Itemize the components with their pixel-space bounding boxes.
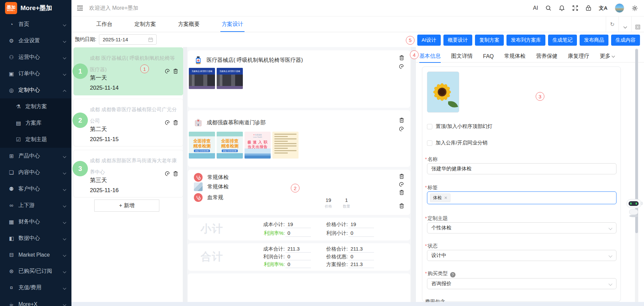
sidebar-item-marketplace[interactable]: ⊟Market Place: [0, 247, 71, 263]
generate-content-button[interactable]: 生成内容: [611, 35, 640, 46]
storefront-photo[interactable]: 无糖食品 家用医疗器械: [189, 68, 215, 89]
poster-image[interactable]: 全面排查精准检测 极速入职体检套餐: [189, 132, 215, 159]
sidebar-item-supply-chain[interactable]: ∞上下游: [0, 197, 71, 214]
sidebar-item-operations[interactable]: ⚇运营中心: [0, 49, 71, 65]
tab-nutrition[interactable]: 营养保健: [536, 50, 557, 62]
delete-day-icon[interactable]: [173, 69, 178, 74]
cover-image[interactable]: [427, 72, 459, 113]
cost-total-value[interactable]: 211.3: [285, 246, 311, 253]
schedule-block-exams[interactable]: 常规体检 常规体检 血常规 19 价格: [188, 170, 410, 215]
join-public-library-checkbox[interactable]: 加入公库/开启同业分销: [427, 140, 487, 146]
day-card-3[interactable]: 成都 成都东部新区养马街道海大老年康养中心 第三天 2025-11-16: [73, 150, 183, 198]
tags-input[interactable]: 体检✕: [427, 191, 616, 204]
day-card-2[interactable]: 成都 成都鲁蓉医疗器械有限公司广元分公司 第二天 2025-11-15: [73, 99, 183, 146]
tab-custom-plan[interactable]: 定制方案: [133, 16, 157, 32]
settings-gear-icon[interactable]: [632, 5, 638, 11]
schedule-block-store[interactable]: 医疗器械店( 呼吸机制氧机轮椅等医疗器) 无糖食品 家用医疗器械 无糖食品 家用…: [188, 50, 410, 108]
status-select[interactable]: 设计中: [427, 250, 616, 261]
sidebar-item-customize-center[interactable]: ◎定制中心: [0, 82, 71, 98]
schedule-block-clinic[interactable]: 成都强森慕和南道门诊部 全面排查精准检测 极速入职体检套餐 全面排查精准检测: [188, 110, 410, 167]
day-card-1[interactable]: 成都 医疗器械店( 呼吸机制氧机轮椅等医疗器) 第一天 2025-11-14: [73, 47, 183, 95]
generate-notes-button[interactable]: 生成笔记: [548, 35, 577, 46]
maximize-pane-icon[interactable]: [632, 19, 644, 30]
select-block-icon[interactable]: [399, 64, 404, 69]
quote-value[interactable]: 211.3: [348, 261, 374, 268]
checkbox-box[interactable]: [427, 140, 432, 146]
sidebar-item-enterprise-settings[interactable]: ⚙企业设置: [0, 33, 71, 49]
remove-tag-icon[interactable]: ✕: [444, 195, 447, 200]
delete-day-icon[interactable]: [173, 171, 178, 176]
select-day-icon[interactable]: [165, 69, 170, 74]
delete-item-icon[interactable]: [399, 174, 404, 179]
sidebar-item-content[interactable]: ❏内容中心: [0, 164, 71, 181]
select-day-icon[interactable]: [165, 171, 170, 176]
sidebar-item-customers[interactable]: ⚉客户中心: [0, 181, 71, 197]
lock-icon[interactable]: [586, 5, 591, 11]
collapse-sidebar-icon[interactable]: [77, 5, 83, 11]
tab-faq[interactable]: FAQ: [483, 50, 494, 62]
delete-item-icon[interactable]: [399, 190, 404, 195]
help-icon[interactable]: ?: [450, 272, 455, 277]
profit-rate-total-value[interactable]: 0: [285, 261, 311, 268]
sidebar-item-products[interactable]: ⊞产品中心: [0, 148, 71, 164]
sidebar-item-finance[interactable]: ▦财务中心: [0, 214, 71, 230]
appointment-date-input[interactable]: 2025-11-14: [99, 34, 157, 45]
pin-to-top-checkbox[interactable]: 置顶/加入小程序顶部幻灯: [427, 123, 492, 130]
name-input[interactable]: 张建华的健康体检: [427, 163, 616, 174]
tab-regular-exam[interactable]: 常规体检: [504, 50, 526, 62]
theme-select[interactable]: 个性体检: [427, 222, 616, 233]
tab-workbench[interactable]: 工作台: [95, 16, 114, 32]
ai-design-button[interactable]: AI设计: [417, 35, 441, 46]
add-day-button[interactable]: + 新增: [94, 200, 159, 212]
tab-plan-design[interactable]: 方案设计: [220, 16, 245, 32]
discount-value[interactable]: 0: [348, 254, 374, 260]
delete-block-icon[interactable]: [399, 55, 404, 60]
refresh-icon[interactable]: ↻: [606, 21, 619, 28]
sidebar-item-purchased[interactable]: ⊛已购买/已订阅: [0, 263, 71, 279]
select-day-icon[interactable]: [165, 120, 170, 125]
select-block-icon[interactable]: [399, 126, 404, 132]
avatar[interactable]: [615, 3, 624, 13]
copy-plan-button[interactable]: 复制方案: [475, 35, 504, 46]
sidebar-item-plan-library[interactable]: ▤方案库: [0, 115, 71, 131]
horizontal-scrollbar[interactable]: [71, 302, 644, 306]
publish-to-library-button[interactable]: 发布到方案库: [506, 35, 545, 46]
select-item-icon[interactable]: [399, 182, 404, 187]
profit-rate-value[interactable]: 0: [285, 230, 311, 237]
tabs-dropdown-chevron-icon[interactable]: [619, 19, 631, 29]
tab-more[interactable]: 更多: [600, 50, 615, 62]
tab-rehab[interactable]: 康复理疗: [568, 50, 589, 62]
search-icon[interactable]: [545, 5, 551, 11]
translate-icon[interactable]: 文A: [599, 5, 607, 11]
cost-subtotal-value[interactable]: 19: [285, 221, 311, 228]
publish-product-button[interactable]: 发布商品: [580, 35, 608, 46]
ai-icon[interactable]: AI: [533, 5, 538, 11]
poster-image[interactable]: [272, 132, 299, 159]
sidebar-item-custom-theme[interactable]: ☑定制主题: [0, 131, 71, 148]
price-subtotal-value[interactable]: 19: [348, 221, 374, 228]
profit-subtotal-value[interactable]: 0: [348, 230, 374, 237]
tab-rich-detail[interactable]: 图文详情: [451, 50, 473, 62]
summary-design-button[interactable]: 概要设计: [443, 35, 472, 46]
poster-image[interactable]: ♥ 热爱健康Love Health 极 速 入 职当天出报告: [245, 132, 271, 159]
delete-day-icon[interactable]: [173, 120, 178, 125]
tab-basic-info[interactable]: 基本信息: [419, 50, 441, 62]
panel-scrollbar[interactable]: [635, 48, 638, 306]
sidebar-item-billing[interactable]: ¤充值/费用: [0, 279, 71, 296]
tab-plan-summary[interactable]: 方案概要: [177, 16, 201, 32]
sidebar-item-custom-plan[interactable]: ⚗定制方案: [0, 98, 71, 115]
poster-image[interactable]: 全面排查精准检测 极速入职体检套餐: [217, 132, 243, 159]
price-total-value[interactable]: 211.3: [348, 246, 374, 253]
buy-type-select[interactable]: 咨询报价: [427, 278, 616, 289]
delete-item-icon[interactable]: [399, 203, 404, 209]
profit-total-value[interactable]: 0: [285, 254, 311, 260]
sidebar-item-morex[interactable]: ☕More+X: [0, 296, 71, 306]
tag-chip[interactable]: 体检✕: [430, 193, 450, 202]
sidebar-item-data-center[interactable]: ◧数据中心: [0, 230, 71, 247]
storefront-photo[interactable]: 无糖食品 家用医疗器械: [217, 68, 243, 89]
fullscreen-icon[interactable]: [572, 5, 578, 11]
notifications-bell-icon[interactable]: [559, 5, 565, 11]
assistant-robot-icon[interactable]: [625, 196, 644, 218]
sidebar-item-orders[interactable]: ▣订单中心: [0, 65, 71, 82]
delete-block-icon[interactable]: [399, 118, 404, 123]
